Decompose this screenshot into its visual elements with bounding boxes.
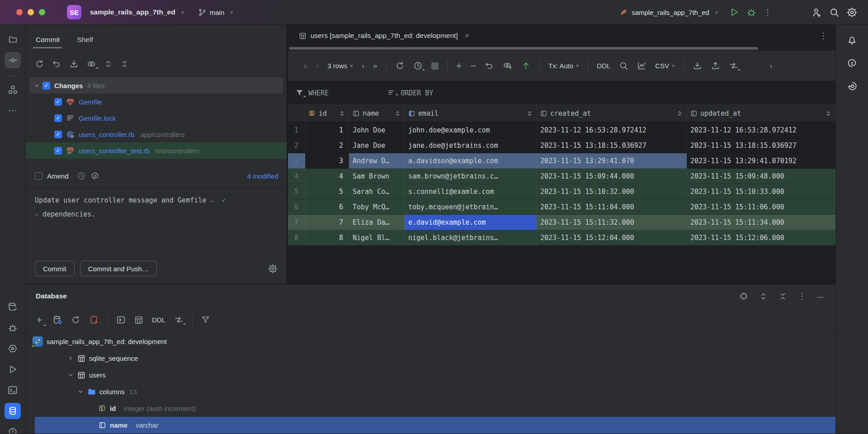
hide-panel-button[interactable]: — [817,292,824,300]
new-datasource-plus-icon[interactable]: + [35,314,44,326]
branch-selector[interactable]: main ∨ [194,6,237,19]
commit-message-editor[interactable]: Update user controller message and Gemfi… [26,188,287,222]
terminal-tool-button[interactable] [5,382,21,398]
row-number[interactable]: 3 [288,153,305,169]
cell-id[interactable]: 1 [305,123,349,138]
cell-name[interactable]: Andrew D… [349,153,405,169]
view-options-eye-icon[interactable] [86,59,96,69]
export-icon[interactable] [711,61,720,71]
file-checkbox[interactable]: ✓ [54,147,62,155]
column-header-created-at[interactable]: created_at [537,105,687,122]
filter-funnel-icon[interactable] [201,316,210,324]
changes-checkbox[interactable]: ✓ [42,82,50,90]
cell-name[interactable]: Jane Doe [349,138,405,153]
cell-email[interactable]: s.connelli@examle.com [405,184,537,199]
order-by-icon[interactable] [387,89,396,97]
row-number[interactable]: 2 [288,138,305,153]
cell-created-at[interactable]: 2023-11-15 13:29:41.070 [537,153,687,169]
expand-all-icon[interactable] [104,60,113,68]
cell-name[interactable]: Sarah Co… [349,184,405,199]
cell-email[interactable]: jane.doe@jetbrains.com [405,138,537,153]
debug-tool-button[interactable] [5,320,21,336]
column-header-email[interactable]: email [405,105,537,122]
tree-item-column-name-selected[interactable]: name varchar [26,417,835,434]
minimize-window-button[interactable] [28,9,34,15]
cell-id[interactable]: 7 [305,215,349,230]
first-page-button[interactable]: « [303,61,307,71]
delete-row-button[interactable]: − [470,60,476,72]
chevron-down-icon[interactable] [68,372,74,378]
transaction-mode-selector[interactable]: Tx: Auto∨ [548,62,579,70]
run-tool-button[interactable] [5,361,21,377]
cell-email-active[interactable]: e.david@example.com [405,215,537,230]
commit-tool-button[interactable] [5,52,21,68]
cell-id[interactable]: 5 [305,184,349,199]
tree-item-connection[interactable]: sample_rails_app_7th_ed: development [26,333,835,350]
cell-updated-at[interactable]: 2023-11-15 15:11:06.000 [687,199,835,215]
next-page-button[interactable]: › [362,61,364,71]
tree-item-column-id[interactable]: id integer (auto increment) [26,400,835,417]
changed-file-row-selected[interactable]: ✓ users_controller_test.rb test/controll… [26,142,287,159]
commit-button[interactable]: Commit [35,261,75,276]
notifications-bell-icon[interactable] [847,35,857,45]
cell-created-at[interactable]: 2023-11-15 15:12:04.000 [537,230,687,245]
last-page-button[interactable]: » [373,61,377,71]
sort-icon[interactable] [677,110,683,117]
cell-name[interactable]: Toby McQ… [349,199,405,215]
order-by-clause-field[interactable]: ORDER BY [401,89,433,97]
sort-icon[interactable] [527,110,533,117]
close-icon[interactable]: × [465,31,470,41]
panel-options-kebab[interactable]: ⋮ [798,291,806,301]
search-icon[interactable] [829,7,840,18]
cell-email[interactable]: john.doe@example.com [405,123,537,138]
settings-gear-icon[interactable] [847,7,857,18]
import-icon[interactable] [693,61,702,71]
cell-updated-at[interactable]: 2023-11-15 13:18:15.036927 [687,138,835,153]
cell-created-at[interactable]: 2023-11-12 16:53:28.972412 [537,123,687,138]
toolbar-overflow-chevron[interactable]: › [770,62,772,70]
cell-name[interactable]: Nigel Bl… [349,230,405,245]
cell-updated-at[interactable]: 2023-11-15 15:12:06.000 [687,230,835,245]
cell-name[interactable]: John Doe [349,123,405,138]
row-number[interactable]: 4 [288,169,305,184]
commit-settings-gear-icon[interactable] [268,264,278,274]
ddl-button[interactable]: DDL [152,316,165,324]
project-selector[interactable]: sample_rails_app_7th_ed ∨ [86,6,188,19]
reload-data-icon[interactable] [395,61,405,71]
pull-requests-icon[interactable] [847,81,857,91]
chevron-right-icon[interactable] [68,355,74,361]
column-header-updated-at[interactable]: updated_at [687,105,835,122]
file-checkbox[interactable]: ✓ [54,114,62,122]
run-button[interactable] [729,7,739,17]
cell-updated-at[interactable]: 2023-11-15 15:11:34.000 [687,215,835,230]
cell-email[interactable]: nigel.black@jetbrains… [405,230,537,245]
problems-tool-button[interactable] [5,424,21,434]
stop-query-button[interactable] [431,62,439,70]
locate-target-icon[interactable] [739,292,748,301]
tab-commit[interactable]: Commit [35,31,61,48]
modified-files-link[interactable]: 4 modified [247,172,278,180]
expand-all-icon[interactable] [759,292,768,301]
changed-file-row[interactable]: ✓ users_controller.rb app/controllers [26,126,287,142]
row-number[interactable]: 5 [288,184,305,199]
more-tools-button[interactable]: ⋯ [5,102,21,118]
amend-checkbox[interactable] [35,172,42,180]
project-tool-button[interactable] [5,31,21,47]
cell-id[interactable]: 2 [305,138,349,153]
cell-email[interactable]: a.davidson@example.com [405,153,537,169]
previous-page-button[interactable]: ‹ [316,61,319,71]
refresh-icon[interactable] [35,59,44,69]
row-number[interactable]: 7 [288,215,305,230]
sort-icon[interactable] [395,110,401,117]
sort-icon[interactable] [826,110,831,117]
tree-item-sqlite-sequence[interactable]: sqlite_sequence [26,350,835,367]
row-number[interactable]: 8 [288,230,305,245]
maximize-window-button[interactable] [39,9,45,15]
changes-group-row[interactable]: ∨ ✓ Changes 4 files [29,77,283,94]
cell-email[interactable]: toby.mcqueen@jetbrain… [405,199,537,215]
collapse-all-icon[interactable] [120,60,129,68]
compare-swap-icon[interactable] [729,61,738,71]
ddl-button[interactable]: DDL [597,62,610,70]
shelve-icon[interactable] [69,59,79,69]
more-actions-kebab[interactable]: ⋮ [764,7,772,17]
